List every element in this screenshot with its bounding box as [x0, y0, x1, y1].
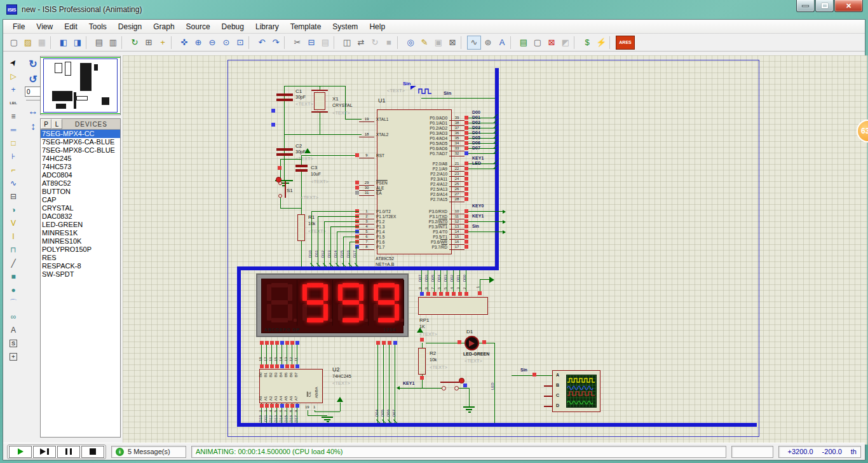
bill-of-materials-button[interactable]: $ — [580, 36, 594, 50]
buses-mode-button[interactable]: ═ — [6, 123, 20, 136]
pin-row[interactable]: 7P1.6 — [355, 239, 396, 244]
maximize-button[interactable] — [815, 0, 834, 12]
voltage-probe-mode-button[interactable]: V — [6, 216, 20, 230]
block-copy-button[interactable]: ◫ — [340, 36, 354, 50]
export-section-button[interactable]: ◨ — [71, 36, 85, 50]
resistor-r1[interactable] — [297, 214, 305, 241]
x1-ref[interactable]: X1 — [332, 96, 339, 102]
pause-button[interactable] — [57, 446, 80, 458]
open-folder-button[interactable]: ▨ — [21, 36, 35, 50]
pin-row[interactable]: P3.0/RXD10KEY0 — [396, 209, 505, 214]
seven-segment-display[interactable]: ABCDEFG DP 1234 — [256, 273, 409, 337]
pin-row[interactable]: P3.2/INT012KEY1 — [396, 219, 505, 224]
device-item[interactable]: POLYPRO150P — [41, 245, 120, 254]
rotate-anticlockwise-button[interactable]: ↺ — [25, 71, 41, 86]
button-key1-contact[interactable] — [442, 386, 446, 390]
make-device-button[interactable]: ✎ — [417, 36, 431, 50]
u1-ref[interactable]: U1 — [378, 97, 386, 104]
wire-label-mode-button[interactable]: LBL — [6, 96, 20, 109]
device-item[interactable]: 7SEG-MPX4-CC — [41, 130, 120, 138]
menu-item[interactable]: Debug — [216, 21, 250, 32]
wire-autorouter-button[interactable]: ∿ — [467, 36, 481, 50]
pin-row[interactable]: 4P1.3 — [355, 224, 396, 229]
pick-device-button[interactable]: ◎ — [403, 36, 417, 50]
pin-row[interactable]: 19XTAL1 — [355, 116, 388, 121]
device-item[interactable]: 74HC245 — [41, 155, 120, 163]
data-bus[interactable] — [237, 266, 241, 427]
x1-value[interactable]: CRYSTAL — [332, 103, 353, 107]
pin-row[interactable]: 1P1.0/T2 — [355, 209, 396, 214]
switch-s1-actuator[interactable] — [276, 177, 281, 183]
packaging-tool-button[interactable]: ▣ — [431, 36, 445, 50]
pin-row[interactable]: P2.0/A821KEY1 — [396, 161, 496, 166]
pick-devices-button[interactable]: P — [41, 119, 51, 129]
menu-item[interactable]: Edit — [58, 21, 83, 32]
design-explorer-button[interactable]: ▤ — [517, 36, 531, 50]
title-bar[interactable]: ISIS new - ISIS Professional (Animating)… — [0, 0, 868, 19]
overview-window[interactable] — [40, 56, 121, 115]
button-key1-actuator[interactable] — [459, 378, 465, 384]
menu-item[interactable]: Source — [180, 21, 216, 32]
c1-value[interactable]: 30pF — [295, 95, 306, 99]
block-move-button[interactable]: ⇄ — [354, 36, 368, 50]
box-2d-button[interactable]: ■ — [6, 270, 20, 283]
device-item[interactable]: CAP — [41, 196, 120, 204]
pin-row[interactable]: P3.7/RD17 — [396, 244, 505, 249]
respack-rp1-body[interactable] — [418, 297, 488, 315]
false-origin-button[interactable]: + — [156, 36, 170, 50]
mirror-vertical-button[interactable]: ↕ — [25, 119, 41, 134]
pin-row[interactable]: P2.4/A1225 — [396, 181, 496, 186]
menu-item[interactable]: Help — [363, 21, 391, 32]
capacitor-c2[interactable] — [276, 148, 293, 151]
mirror-horizontal-button[interactable]: ↔ — [25, 104, 41, 119]
device-item[interactable]: ADC0804 — [41, 171, 120, 179]
message-panel[interactable]: i 5 Message(s) — [111, 446, 186, 458]
redo-button[interactable]: ↷ — [269, 36, 283, 50]
d1-value[interactable]: LED-GREEN — [463, 352, 489, 356]
stop-button[interactable] — [81, 446, 104, 458]
pin-row[interactable]: P3.5/T115 — [396, 234, 505, 239]
u2-value[interactable]: 74HC245 — [332, 374, 351, 378]
block-rotate-button[interactable]: ↻ — [368, 36, 382, 50]
pin-row[interactable]: P3.1/TXD11 — [396, 214, 505, 219]
virtual-instruments-mode-button[interactable]: ⊓ — [6, 243, 20, 256]
minimize-button[interactable] — [796, 0, 815, 12]
copy-button[interactable]: ⊟ — [304, 36, 318, 50]
pin-row[interactable]: 9RST — [355, 153, 384, 158]
device-item[interactable]: MINRES10K — [41, 237, 120, 245]
pin-row[interactable]: P0.5/AD534D05 — [396, 141, 496, 146]
button-key1-contact[interactable] — [454, 386, 459, 390]
pin-row[interactable]: P2.5/A1326 — [396, 186, 496, 191]
c3-value[interactable]: 10uF — [311, 172, 321, 176]
device-item[interactable]: BUTTON — [41, 188, 120, 196]
cut-button[interactable]: ✂ — [290, 36, 304, 50]
led-d1[interactable] — [465, 336, 479, 350]
path-2d-button[interactable]: ∞ — [6, 310, 20, 323]
step-button[interactable] — [33, 446, 56, 458]
symbols-2d-button[interactable]: S — [6, 336, 20, 350]
pin-row[interactable]: P0.6/AD633D06 — [396, 146, 496, 151]
terminals-mode-button[interactable]: ⊦ — [6, 149, 20, 163]
generator-icon[interactable] — [410, 86, 416, 90]
refresh-display-button[interactable]: ↻ — [128, 36, 142, 50]
device-item[interactable]: SW-SPDT — [41, 270, 120, 279]
device-item[interactable]: RES — [41, 254, 120, 262]
undo-button[interactable]: ↶ — [255, 36, 269, 50]
menu-item[interactable]: Design — [112, 21, 147, 32]
pin-row[interactable]: P3.3/INT113 — [396, 224, 505, 229]
pin-row[interactable]: 30ALE — [355, 185, 388, 190]
menu-item[interactable]: Template — [285, 21, 327, 32]
menu-item[interactable]: Library — [250, 21, 285, 32]
menu-item[interactable]: View — [31, 21, 58, 32]
pin-row[interactable]: P3.4/T014Sin — [396, 229, 505, 234]
device-item[interactable]: MINRES1K — [41, 229, 120, 237]
arc-2d-button[interactable]: ⌒ — [6, 296, 20, 310]
erc-button[interactable]: ⚡ — [594, 36, 608, 50]
close-button[interactable]: ✕ — [834, 0, 863, 12]
netlist-to-ares-button[interactable]: ARES — [616, 36, 635, 50]
menu-item[interactable]: Graph — [147, 21, 180, 32]
menu-item[interactable]: Tools — [83, 21, 112, 32]
pin-row[interactable]: P0.4/AD435D04 — [396, 135, 496, 141]
text-2d-button[interactable]: A — [6, 323, 20, 336]
toggle-grid-button[interactable]: ⊞ — [142, 36, 156, 50]
